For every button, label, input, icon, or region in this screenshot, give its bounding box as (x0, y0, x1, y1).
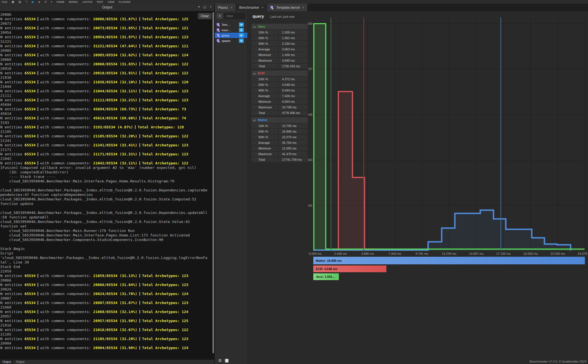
tab-template-bench[interactable]: Template.bench× (267, 4, 307, 11)
editor-tabbar: Place1×Benchmarker×Template.bench× (215, 4, 588, 11)
console-line (0, 242, 214, 247)
console-line: 31221 (0, 39, 214, 44)
output-panel-header[interactable]: Output ▾◱× (0, 4, 214, 11)
console-line: cloud_5853950046.Benchmarker.Packages._I… (0, 220, 214, 224)
console-line: ---- Stack trace ---- (0, 175, 214, 179)
console-line: 21042 (0, 157, 214, 161)
stat-row: Average7.426 ms (251, 93, 308, 99)
stat-value: 26.764 ms (278, 140, 308, 145)
console-line: N entities 65534with common components: … (0, 80, 214, 84)
script-icon (270, 6, 274, 10)
output-bottom-tab[interactable]: Output (14, 359, 27, 364)
console-line: N entities 65534with common components: … (0, 98, 214, 102)
stats-section-header-matter[interactable]: Matter (251, 117, 308, 123)
y-tick-label: 181 (308, 204, 312, 207)
redo-icon[interactable]: ↷ (25, 0, 28, 4)
tab-close-icon[interactable]: × (231, 6, 232, 10)
x-tick-label: 7.343 ms (388, 252, 401, 255)
stat-row: Minimum4.054 ms (251, 99, 308, 104)
stat-label: Average (251, 141, 278, 144)
console-line: (ID: computedCallbackError) (0, 170, 214, 175)
stats-section-header-jecs[interactable]: Jecs (251, 24, 308, 29)
close-icon[interactable]: × (210, 5, 212, 9)
stat-row: 10th %4.272 ms (251, 77, 308, 82)
run-benchmark-button[interactable] (239, 23, 244, 27)
menu-file[interactable]: FILE (2, 0, 7, 3)
console-line: cloud_5853950046.Benchmarker.Main.Interf… (0, 179, 214, 184)
console-line: pendencies:47 function captureDependenci… (0, 193, 214, 197)
sidebar-footer-icons: ⚙ (218, 358, 229, 363)
menu-model[interactable]: MODEL (69, 0, 78, 3)
stat-value: 17741.709 ms (278, 157, 308, 162)
run-benchmark-button[interactable] (239, 39, 244, 43)
menu-plugins[interactable]: PLUGINS (119, 0, 131, 3)
tab-benchmarker[interactable]: Benchmarker× (236, 4, 267, 11)
popout-icon[interactable]: ◱ (203, 5, 206, 9)
tab-place1[interactable]: Place1× (215, 4, 236, 11)
reset-icon[interactable]: ↺ (44, 0, 46, 4)
menu-avatar[interactable]: AVATAR (82, 0, 92, 3)
stats-section-header-ecr[interactable]: ECR (251, 70, 308, 76)
add-benchmark-button[interactable]: + (217, 13, 223, 19)
histogram-svg: 1813635457279090.000 ms2.448 ms4.896 ms7… (308, 15, 588, 286)
menu-test[interactable]: TEST (97, 0, 103, 3)
output-bottom-tab[interactable]: Output (0, 359, 14, 364)
stat-label: 10th % (251, 124, 278, 128)
histogram-chart[interactable]: 1813635457279090.000 ms2.448 ms4.896 ms7… (308, 15, 588, 286)
save-icon[interactable]: ▤ (19, 0, 21, 4)
stat-label: Average (251, 48, 278, 51)
stat-label: Maximum (251, 59, 278, 62)
output-header-icons: ▾◱× (198, 5, 212, 9)
separator-bar (37, 80, 38, 84)
console-line: 20985 (0, 48, 214, 53)
stat-value: 4.054 ms (278, 99, 308, 104)
separator-bar (37, 301, 38, 305)
output-console[interactable]: 20886N entities 65534with common compone… (0, 11, 214, 360)
benchmark-item-spawn[interactable]: spawn (215, 38, 247, 43)
x-tick-label: 19.583 ms (523, 252, 538, 255)
filter-input[interactable] (224, 13, 245, 19)
stop-icon[interactable]: ■ (38, 0, 40, 4)
clear-output-button[interactable]: Clear (198, 13, 212, 19)
run-benchmark-button[interactable] (239, 28, 244, 32)
menu-home[interactable]: HOME (57, 0, 65, 3)
script-icon (216, 39, 220, 43)
stat-row: Total4778.496 ms (251, 110, 308, 115)
docs-book-icon[interactable] (225, 359, 229, 363)
menu-view[interactable]: VIEW (108, 0, 114, 3)
chevron-down-icon[interactable]: ▾ (198, 5, 200, 9)
benchmark-item-label: query (222, 34, 238, 37)
console-line: Stack End (0, 265, 214, 269)
stat-value: 2.230 ms (278, 41, 308, 46)
stat-row: Average26.764 ms (251, 140, 308, 145)
settings-gear-icon[interactable]: ⚙ (218, 358, 222, 363)
tab-close-icon[interactable]: × (302, 6, 304, 10)
separator-bar (139, 116, 140, 120)
separator-bar (37, 310, 38, 314)
last-run-status: Last run: just now (270, 15, 294, 18)
stat-label: Minimum (251, 147, 278, 150)
console-line: 20886 (0, 12, 214, 17)
paste-icon[interactable]: ▣ (12, 0, 14, 4)
benchmark-item-inser[interactable]: inser… (215, 27, 247, 33)
console-line: cloud_5853950046.Benchmarker.Packages._I… (0, 197, 214, 202)
stat-value: 12.050 ms (278, 146, 308, 151)
run-benchmark-button[interactable] (239, 33, 244, 37)
tab-close-icon[interactable]: × (261, 6, 263, 10)
stat-value: 1726.163 ms (278, 64, 308, 69)
separator-bar (37, 26, 38, 30)
stat-row: 50th %16.896 ms (251, 129, 308, 134)
stat-label: Maximum (251, 152, 278, 156)
separator-bar (37, 98, 38, 102)
caret-down-icon[interactable]: ▾ (51, 0, 52, 4)
console-line: N entities 65534with common components: … (0, 35, 214, 39)
x-tick-label: 14.687 ms (469, 252, 484, 255)
play-icon[interactable]: ▶ (32, 0, 34, 4)
benchmark-item-Tem[interactable]: Tem… (215, 22, 247, 27)
console-line: N entities 65534with common components: … (0, 125, 214, 129)
console-line: Script (0, 251, 214, 256)
console-line: 45694 (0, 102, 214, 107)
benchmark-item-query[interactable]: query (215, 33, 247, 38)
console-line: 'cloud_5853950046.Benchmarker.Packages._… (0, 256, 214, 260)
separator-bar (37, 152, 38, 156)
